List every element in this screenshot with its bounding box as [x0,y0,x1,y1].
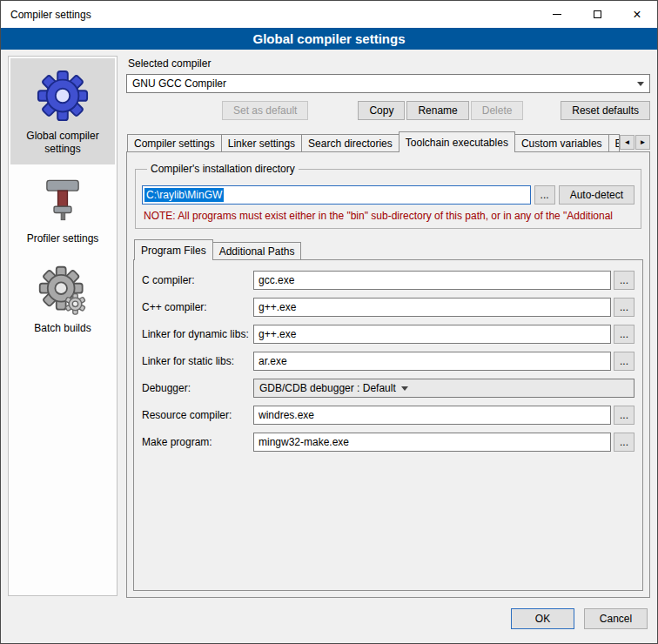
program-files-panel: C compiler: ... C++ compiler: ... Linker… [133,259,643,591]
selected-compiler-select[interactable]: GNU GCC Compiler [126,74,650,93]
dynamic-linker-label: Linker for dynamic libs: [142,328,253,340]
sidebar-item-label: Profiler settings [27,232,99,245]
install-dir-browse-button[interactable]: ... [534,185,555,205]
close-button[interactable]: × [617,1,657,28]
c-compiler-browse-button[interactable]: ... [614,271,634,290]
auto-detect-button[interactable]: Auto-detect [559,185,634,205]
copy-button[interactable]: Copy [358,101,405,120]
installation-directory-legend: Compiler's installation directory [147,163,299,175]
rename-button[interactable]: Rename [406,101,468,120]
compiler-settings-dialog: Compiler settings × Global compiler sett… [0,0,658,644]
scroll-left-icon: ◄ [624,138,631,146]
scroll-right-icon: ► [640,138,647,146]
tab-linker-settings[interactable]: Linker settings [221,134,302,151]
form-row-static-linker: Linker for static libs: ... [142,352,634,371]
form-row-debugger: Debugger: GDB/CDB debugger : Default [142,379,634,398]
install-dir-value: C:\raylib\MinGW [144,188,224,202]
sidebar-item-global-compiler-settings[interactable]: Global compiler settings [10,58,115,164]
static-linker-input[interactable] [253,352,611,371]
cpp-compiler-browse-button[interactable]: ... [614,298,634,317]
form-row-c-compiler: C compiler: ... [142,271,634,290]
titlebar: Compiler settings × [1,1,657,28]
static-linker-label: Linker for static libs: [142,355,253,367]
tab-compiler-settings[interactable]: Compiler settings [127,134,222,151]
make-program-browse-button[interactable]: ... [614,433,634,452]
sidebar-item-label: Global compiler settings [13,130,112,156]
debugger-label: Debugger: [142,382,253,394]
dialog-content: Global compiler settings Profiler settin… [1,50,657,605]
window-title: Compiler settings [1,1,537,28]
debugger-select[interactable]: GDB/CDB debugger : Default [253,379,634,398]
program-tabs: Program Files Additional Paths [133,239,643,259]
tab-program-files[interactable]: Program Files [134,239,213,260]
form-row-dynamic-linker: Linker for dynamic libs: ... [142,325,634,344]
tab-search-directories[interactable]: Search directories [301,134,400,151]
settings-tabs: Compiler settings Linker settings Search… [126,131,650,151]
main-panel: Selected compiler GNU GCC Compiler Set a… [126,56,650,605]
installation-directory-row: C:\raylib\MinGW ... Auto-detect [142,185,634,205]
make-program-input[interactable] [253,433,611,452]
page-title: Global compiler settings [1,28,657,50]
form-row-make-program: Make program: ... [142,433,634,452]
tab-additional-paths[interactable]: Additional Paths [212,242,302,259]
profiler-tool-icon [37,175,88,225]
tab-custom-variables[interactable]: Custom variables [514,134,609,151]
chevron-down-icon [401,386,408,391]
close-icon: × [633,8,641,22]
installation-directory-group: Compiler's installation directory C:\ray… [135,163,641,229]
sidebar-item-label: Batch builds [34,322,91,335]
maximize-button[interactable] [577,1,617,28]
tab-toolchain-executables[interactable]: Toolchain executables [399,131,515,152]
toolchain-executables-panel: Compiler's installation directory C:\ray… [126,151,650,598]
minimize-button[interactable] [537,1,577,28]
gray-gear-icon [37,265,88,315]
cpp-compiler-label: C++ compiler: [142,301,253,313]
cpp-compiler-input[interactable] [253,298,611,317]
selected-compiler-label: Selected compiler [128,57,650,70]
settings-sidebar: Global compiler settings Profiler settin… [8,56,118,596]
install-dir-input[interactable]: C:\raylib\MinGW [142,185,531,205]
delete-button[interactable]: Delete [471,101,524,120]
resource-compiler-input[interactable] [253,406,611,425]
c-compiler-label: C compiler: [142,274,253,286]
selected-compiler-value: GNU GCC Compiler [132,77,632,90]
dynamic-linker-input[interactable] [253,325,611,344]
dynamic-linker-browse-button[interactable]: ... [614,325,634,344]
bin-subdirectory-note: NOTE: All programs must exist either in … [144,210,633,222]
resource-compiler-browse-button[interactable]: ... [614,406,634,425]
form-row-resource-compiler: Resource compiler: ... [142,406,634,425]
sidebar-item-profiler-settings[interactable]: Profiler settings [10,164,115,254]
compiler-actions: Set as default Copy Rename Delete Reset … [126,101,650,120]
blue-gear-icon [36,69,90,123]
tab-build-options[interactable]: Buil [608,134,620,151]
dialog-footer: OK Cancel [1,605,657,643]
debugger-value: GDB/CDB debugger : Default [259,382,396,394]
chevron-down-icon [637,82,644,86]
minimize-icon [553,14,561,15]
sidebar-item-batch-builds[interactable]: Batch builds [10,254,115,344]
ok-button[interactable]: OK [511,608,574,629]
resource-compiler-label: Resource compiler: [142,409,253,421]
make-program-label: Make program: [142,436,253,448]
cancel-button[interactable]: Cancel [584,608,648,629]
static-linker-browse-button[interactable]: ... [614,352,634,371]
reset-defaults-button[interactable]: Reset defaults [561,101,650,120]
c-compiler-input[interactable] [253,271,611,290]
form-row-cpp-compiler: C++ compiler: ... [142,298,634,317]
maximize-icon [594,10,601,18]
set-as-default-button[interactable]: Set as default [222,101,308,120]
tab-scroll-right-button[interactable]: ► [635,135,650,150]
tab-scroll-left-button[interactable]: ◄ [620,135,634,150]
tab-scroll-controls: ◄ ► [620,135,650,150]
